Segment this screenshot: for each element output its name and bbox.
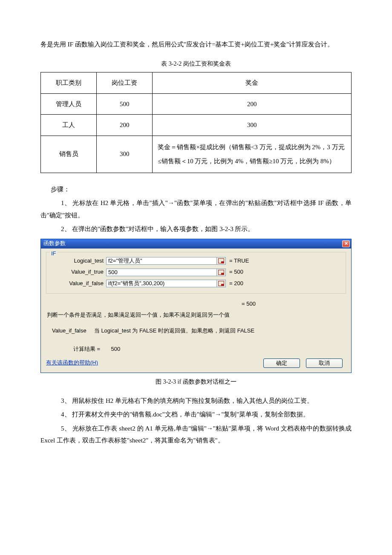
logical-test-input[interactable]: [106, 257, 217, 265]
value-if-true-input[interactable]: [106, 269, 217, 276]
table-header: 岗位工资: [97, 72, 153, 94]
table-header: 奖金: [153, 72, 352, 94]
param-result: = 500: [226, 267, 243, 278]
figure-caption: 图 3-2-3 if 函数参数对话框之一: [40, 376, 352, 388]
fieldset-legend: IF: [50, 249, 58, 259]
description-block: = 500 判断一个条件是否满足，如果满足返回一个值，如果不满足则返回另一个值 …: [46, 296, 346, 356]
calc-label: 计算结果 =: [73, 346, 100, 352]
calc-result-line: 计算结果 = 500: [47, 344, 345, 355]
help-link[interactable]: 有关该函数的帮助(H): [46, 358, 98, 368]
value-if-false-input[interactable]: [106, 280, 217, 287]
table-header-row: 职工类别 岗位工资 奖金: [41, 72, 352, 94]
param-description: Value_if_false 当 Logical_test 为 FALSE 时的…: [47, 326, 345, 336]
range-selector-icon[interactable]: [216, 257, 226, 265]
table-cell: 300: [153, 115, 352, 136]
salary-bonus-table: 职工类别 岗位工资 奖金 管理人员 500 200 工人 200 300 销售员…: [40, 72, 352, 173]
table-cell: 工人: [41, 115, 97, 136]
param-desc-label: Value_if_false: [52, 327, 86, 334]
range-selector-icon[interactable]: [216, 269, 226, 276]
dialog-title-bar: 函数参数 ✕: [41, 239, 351, 249]
function-args-dialog: 函数参数 ✕ IF Logical_test = TRUE Value_if_t…: [40, 239, 352, 373]
param-desc-text: 当 Logical_test 为 FALSE 时的返回值。如果忽略，则返回 FA…: [94, 327, 254, 334]
param-label: Value_if_false: [51, 278, 106, 289]
param-label: Value_if_true: [51, 267, 106, 278]
steps-label: 步骤：: [40, 183, 352, 196]
table-cell: 500: [97, 93, 153, 115]
step-item: 2、 在弹出的"函数参数"对话框中，输入各项参数，如图 3-2-3 所示。: [40, 223, 352, 235]
overall-result: = 500: [47, 299, 345, 309]
table-cell: 管理人员: [41, 93, 97, 115]
table-cell: 200: [97, 115, 153, 136]
ok-button[interactable]: 确定: [263, 358, 300, 368]
steps-section: 步骤： 1、 光标放在 H2 单元格，单击"插入"→"函数"菜单项，在弹出的"粘…: [40, 183, 352, 235]
param-row: Value_if_false = 200: [51, 278, 341, 289]
dialog-footer: 有关该函数的帮助(H) 确定 取消: [46, 358, 346, 368]
table-row: 管理人员 500 200: [41, 93, 352, 115]
param-label: Logical_test: [51, 256, 106, 266]
table-cell: 300: [97, 136, 153, 173]
button-group: 确定 取消: [263, 358, 346, 368]
cancel-button[interactable]: 取消: [306, 358, 343, 368]
table-row: 工人 200 300: [41, 115, 352, 136]
table-cell: 奖金＝销售额×提成比例（销售额<3 万元，提成比例为 2%，3 万元≤销售额＜1…: [153, 136, 352, 173]
dialog-title: 函数参数: [43, 238, 66, 249]
table-header: 职工类别: [41, 72, 97, 94]
calc-value: 500: [111, 346, 121, 352]
param-row: Logical_test = TRUE: [51, 256, 341, 266]
param-result: = 200: [226, 278, 243, 289]
intro-paragraph: 务是先用 IF 函数输入岗位工资和奖金，然后用公式"应发合计=基本工资+岗位工资…: [40, 38, 352, 51]
function-description: 判断一个条件是否满足，如果满足返回一个值，如果不满足则返回另一个值: [47, 310, 345, 321]
dialog-body: IF Logical_test = TRUE Value_if_true = 5…: [41, 249, 351, 373]
table-caption: 表 3-2-2 岗位工资和奖金表: [40, 58, 352, 70]
param-result: = TRUE: [226, 256, 249, 266]
step-item: 4、 打开素材文件夹中的"销售额.doc"文档，单击"编辑"→"复制"菜单项，复…: [40, 408, 352, 421]
table-cell: 销售员: [41, 136, 97, 173]
if-fieldset: IF Logical_test = TRUE Value_if_true = 5…: [46, 252, 346, 294]
table-row: 销售员 300 奖金＝销售额×提成比例（销售额<3 万元，提成比例为 2%，3 …: [41, 136, 352, 173]
param-row: Value_if_true = 500: [51, 267, 341, 278]
step-item: 3、 用鼠标按住 H2 单元格右下角的填充柄向下拖拉复制函数，输入其他人员的岗位…: [40, 395, 352, 407]
step-item: 1、 光标放在 H2 单元格，单击"插入"→"函数"菜单项，在弹出的"粘贴函数"…: [40, 197, 352, 221]
close-icon[interactable]: ✕: [342, 240, 350, 247]
table-cell: 200: [153, 93, 352, 115]
range-selector-icon[interactable]: [216, 280, 226, 287]
step-item: 5、 光标放在工作表 sheet2 的 A1 单元格,单击"编辑"→"粘贴"菜单…: [40, 422, 352, 447]
